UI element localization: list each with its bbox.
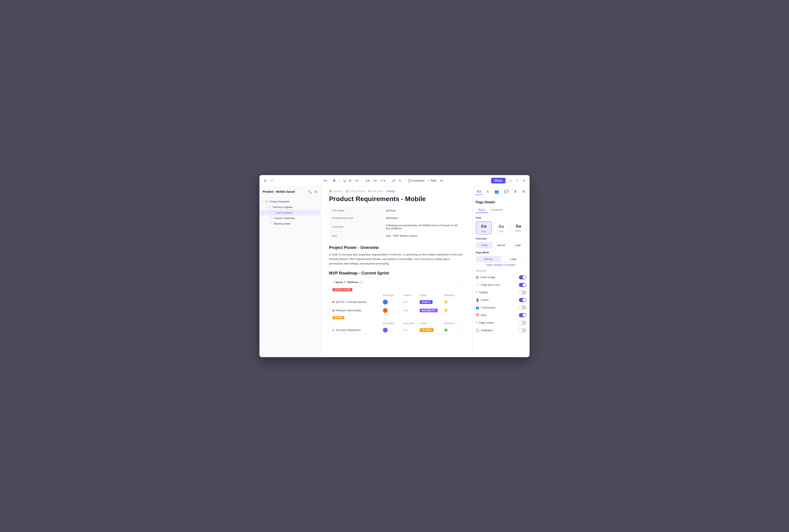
sidebar-item-user-research[interactable]: ▸ 📄 User research: [260, 210, 321, 215]
task-button[interactable]: + Task: [427, 178, 438, 183]
toggle-row-date: 📅 Date: [476, 311, 526, 319]
points-cell: ⊙ 5: [403, 309, 420, 312]
section1-heading: Project Poster - Overview: [329, 245, 464, 250]
toggle-page-title[interactable]: [519, 283, 526, 287]
toggle-date[interactable]: [519, 313, 526, 317]
sidebar-item-decision-register[interactable]: ▾ 📄 Decision register: [260, 204, 321, 210]
font-label-sans: Sans: [481, 230, 486, 232]
review-badge: REVIEW: [333, 316, 344, 319]
hamburger-button[interactable]: ☰: [263, 178, 268, 183]
size-small[interactable]: Small: [476, 242, 493, 248]
toggle-row-page-title: 📄 Page title & Icon: [476, 281, 526, 289]
stage-badge-testing: TESTING: [420, 328, 434, 332]
toggle-outline[interactable]: [519, 321, 526, 325]
table-value: Following annual planning, the Mobile te…: [383, 222, 464, 232]
col-stage-2: STAGE: [420, 322, 444, 325]
stage-badge-reliability: RELIABILITY: [420, 309, 438, 312]
align-button[interactable]: ≡ ▾: [372, 178, 378, 183]
content-area: 🙂 Add Icon 💬 Add comment 🖼 Add Cover Set…: [321, 187, 472, 357]
width-options: Normal Large: [476, 256, 526, 262]
layout-button[interactable]: ⊞: [314, 189, 317, 194]
panel-tool-chat[interactable]: 💬: [503, 189, 510, 195]
apply-changes-link[interactable]: Apply changes to all pages: [476, 263, 526, 266]
width-normal[interactable]: Normal: [476, 256, 501, 262]
underline-button[interactable]: U: [342, 178, 347, 183]
toggle-subpages[interactable]: [519, 328, 526, 332]
sidebar-item-meeting-notes[interactable]: 📄 Meeting notes: [260, 221, 321, 226]
sprint-header: ▾ Sprint 7 - Platform i: [329, 278, 464, 287]
tab-basic[interactable]: Basic: [476, 207, 488, 213]
panel-tool-typography[interactable]: Aa: [475, 189, 483, 195]
toggle-text-contributors: Contributors: [481, 306, 495, 309]
stage-cell: RELIABILITY: [420, 309, 444, 312]
font-label-mono: Mono: [515, 229, 521, 232]
col-assignee-2: ASSIGNEE: [383, 322, 403, 325]
width-large[interactable]: Large: [501, 256, 526, 262]
font-option-serif[interactable]: Aa Serif: [493, 221, 509, 234]
sidebar: Product - Mobile Squad 🔍 ⊞ ▾ 📁 Project O…: [260, 187, 321, 357]
comment-button[interactable]: 💬 Comment: [407, 178, 426, 183]
size-normal[interactable]: Normal: [493, 242, 509, 248]
italic-button[interactable]: I: [338, 178, 341, 183]
undo-icon: ↩: [271, 179, 273, 182]
code-button[interactable]: </>: [354, 178, 360, 183]
settings-button[interactable]: Settings: [386, 190, 395, 193]
issues-section: ISSUES FOUND ASSIGNEE POINTS STAGE PRIOR…: [329, 287, 464, 315]
add-cover-button[interactable]: 🖼 Add Cover: [368, 190, 383, 193]
toggle-label-subpages: 📋 Subpages: [476, 329, 493, 332]
text-style-button[interactable]: T ▾: [322, 178, 328, 183]
add-icon-button[interactable]: 🙂 Add Icon: [329, 190, 342, 193]
font-sample-mono: Aa: [512, 224, 525, 229]
sprint-col-headers-2: ASSIGNEE DUE DATE STAGE PRIORITY: [329, 321, 464, 326]
sprint-info-icon[interactable]: i: [360, 281, 363, 284]
table-key: Engineering Lead: [329, 214, 383, 222]
section2-heading: MVP Roadmap - Current Sprint: [329, 271, 464, 276]
panel-tool-refresh[interactable]: ↻: [485, 189, 491, 195]
list-button[interactable]: ≔ ▾: [379, 178, 386, 183]
toggle-subtitle[interactable]: [519, 290, 526, 294]
panel-tool-collab[interactable]: 👥: [493, 189, 501, 195]
sprint-task-row: Release internal Beta 👤 ⊙ 5 RELIABILITY …: [329, 306, 464, 315]
expand-icon: ⤢: [516, 179, 519, 182]
sidebar-nav: ▾ 📁 Project Overview ▾ 📄 Decision regist…: [260, 197, 321, 228]
more-button[interactable]: •••: [439, 178, 445, 183]
task-dot-red: [333, 310, 334, 311]
panel-tool-export[interactable]: ⬆: [512, 189, 519, 195]
separator-1: [330, 178, 330, 183]
table-value: Epic - MVP Mobile Launch: [383, 232, 464, 239]
comment-icon: 💬: [408, 179, 412, 182]
strikethrough-button[interactable]: S: [348, 178, 352, 183]
sidebar-item-launch-readiness[interactable]: 📄 Launch readiness: [260, 215, 321, 221]
history-icon: 🕐: [508, 179, 512, 182]
loop-button[interactable]: ↻: [398, 178, 403, 183]
link-button[interactable]: 🔗: [391, 178, 397, 183]
font-option-mono[interactable]: Aa Mono: [510, 221, 526, 234]
avatar: 👤: [383, 300, 388, 305]
size-large[interactable]: Large: [509, 242, 526, 248]
tab-advanced[interactable]: Advanced: [488, 207, 506, 213]
font-option-sans[interactable]: Aa Sans: [476, 221, 491, 234]
close-button[interactable]: ✕: [521, 178, 526, 183]
bold-button[interactable]: B: [332, 178, 337, 183]
toggle-row-author: 👤 Author: [476, 297, 526, 304]
panel-tool-settings[interactable]: ⚙: [520, 189, 527, 195]
toggle-cover[interactable]: [519, 275, 526, 279]
expand-button[interactable]: ⤢: [515, 178, 520, 183]
subpages-icon: 📋: [476, 329, 479, 332]
share-button[interactable]: Share: [491, 178, 506, 184]
history-button[interactable]: 🕐: [507, 178, 513, 183]
sidebar-item-project-overview[interactable]: ▾ 📁 Project Overview: [260, 199, 321, 204]
separator-2: [362, 178, 362, 183]
toggle-text-subtitle: Subtitle: [479, 291, 488, 294]
undo-button[interactable]: ↩: [269, 178, 275, 183]
add-comment-button[interactable]: 💬 Add comment: [346, 190, 365, 193]
search-button[interactable]: 🔍: [307, 189, 312, 194]
toggle-contributors[interactable]: [519, 306, 526, 310]
priority-cell: 🟢: [444, 328, 461, 331]
issues-header-row: ISSUES FOUND: [329, 287, 464, 293]
font-color-button[interactable]: A ▾: [364, 178, 371, 183]
toggle-author[interactable]: [519, 298, 526, 302]
toggle-row-cover: 🖼 Cover image: [476, 274, 526, 281]
contributors-icon: 👥: [476, 306, 479, 309]
page-title: Product Requirements - Mobile: [329, 195, 464, 203]
